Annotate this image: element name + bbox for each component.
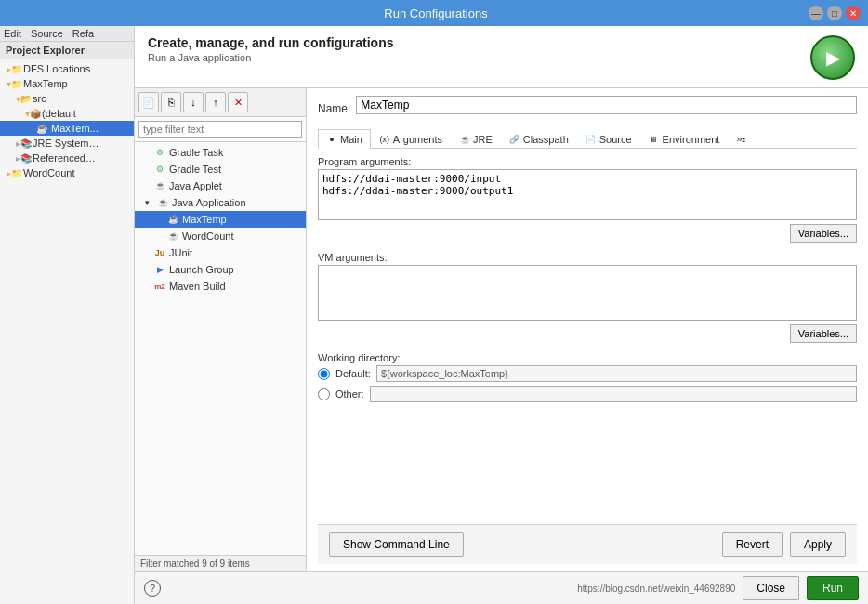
config-item-gradle-task[interactable]: ⚙ Gradle Task: [135, 144, 306, 161]
tab-more[interactable]: »₂: [728, 129, 754, 148]
gradle-icon: ⚙: [153, 146, 166, 159]
tree-item-label: JRE System…: [33, 138, 99, 149]
name-input[interactable]: [356, 96, 857, 114]
tab-environment[interactable]: 🖥 Environment: [640, 129, 729, 148]
menu-edit[interactable]: Edit: [4, 28, 21, 39]
bottom-bar: ? https://blog.csdn.net/weixin_44692890 …: [135, 571, 868, 604]
config-item-maven-build[interactable]: m2 Maven Build: [135, 278, 306, 295]
tab-label: Arguments: [393, 134, 442, 145]
program-args-variables-button[interactable]: Variables...: [790, 224, 857, 243]
tab-arguments[interactable]: (x) Arguments: [371, 129, 451, 148]
import-config-button[interactable]: ↓: [183, 92, 204, 112]
tree-item-label: MaxTemp: [23, 78, 68, 89]
show-command-line-button[interactable]: Show Command Line: [329, 532, 464, 557]
watermark: https://blog.csdn.net/weixin_44692890: [577, 584, 735, 594]
dialog-header-text: Create, manage, and run configurations R…: [148, 35, 394, 63]
vm-args-variables-button[interactable]: Variables...: [790, 324, 857, 343]
args-tab-icon: (x): [379, 134, 390, 145]
default-dir-input[interactable]: [376, 365, 857, 382]
project-explorer-header: Project Explorer: [0, 42, 134, 59]
other-dir-row: Other:: [318, 386, 857, 402]
tree-item-maxtemp[interactable]: ▾📁 MaxTemp: [0, 76, 134, 91]
folder-icon: ▾📁: [7, 77, 20, 90]
tree-item-label: Referenced…: [33, 152, 96, 164]
config-item-java-applet[interactable]: ☕ Java Applet: [135, 177, 306, 194]
tree-item-label: (default: [42, 108, 76, 119]
tree-item-label: DFS Locations: [23, 63, 90, 74]
new-config-button[interactable]: 📄: [138, 92, 159, 112]
tree-item-label: src: [33, 93, 46, 104]
close-window-button[interactable]: ✕: [846, 6, 861, 20]
tree-item-jre[interactable]: ▸📚 JRE System…: [0, 136, 134, 151]
tab-classpath[interactable]: 🔗 Classpath: [501, 129, 577, 148]
tab-label: Main: [340, 134, 362, 145]
java-applet-icon: ☕: [153, 179, 166, 192]
vm-args-input[interactable]: [318, 265, 857, 321]
help-button[interactable]: ?: [144, 580, 161, 597]
vm-args-label: VM arguments:: [318, 252, 857, 263]
dialog-title: Create, manage, and run configurations: [148, 35, 394, 50]
jre-icon: ▸📚: [17, 137, 30, 150]
config-form: Name: ● Main (x) Arguments ☕ JRE: [307, 88, 868, 571]
folder-src-icon: ▾📂: [17, 92, 30, 105]
tree-item-dfs[interactable]: ▸📁 DFS Locations: [0, 61, 134, 76]
package-icon: ▾📦: [26, 107, 39, 120]
apply-button[interactable]: Apply: [790, 532, 846, 557]
tree-item-src[interactable]: ▾📂 src: [0, 91, 134, 106]
config-tree: ⚙ Gradle Task ⚙ Gradle Test ☕ Java Apple…: [135, 142, 306, 555]
copy-config-button[interactable]: ⎘: [161, 92, 181, 112]
config-item-label: WordCount: [182, 230, 233, 242]
other-radio[interactable]: [318, 388, 330, 400]
tabs: ● Main (x) Arguments ☕ JRE 🔗 Classpath: [318, 129, 857, 149]
dialog-panel: Create, manage, and run configurations R…: [135, 26, 868, 604]
tab-jre[interactable]: ☕ JRE: [451, 129, 501, 148]
folder-icon: ▸📁: [7, 166, 20, 179]
default-radio[interactable]: [318, 368, 330, 380]
minimize-button[interactable]: —: [809, 6, 823, 20]
config-item-maxtemp-run[interactable]: ☕ MaxTemp: [135, 211, 306, 228]
delete-config-button[interactable]: ✕: [228, 92, 248, 112]
default-radio-label: Default:: [335, 368, 371, 379]
env-tab-icon: 🖥: [649, 134, 660, 145]
config-item-launch-group[interactable]: ▶ Launch Group: [135, 261, 306, 278]
tab-label: Classpath: [523, 134, 569, 145]
tree-item-maxtemp-class[interactable]: ☕ MaxTem...: [0, 121, 134, 136]
close-button[interactable]: Close: [743, 576, 799, 600]
config-item-label: Launch Group: [169, 264, 234, 275]
config-item-junit[interactable]: Ju JUnit: [135, 244, 306, 261]
filter-status: Filter matched 9 of 9 items: [135, 555, 306, 571]
tree-item-default-pkg[interactable]: ▾📦 (default: [0, 106, 134, 121]
menu-source[interactable]: Source: [31, 28, 63, 39]
maven-icon: m2: [153, 280, 166, 293]
other-dir-input[interactable]: [370, 386, 857, 402]
config-item-gradle-test[interactable]: ⚙ Gradle Test: [135, 161, 306, 177]
tree-item-wordcount[interactable]: ▸📁 WordCount: [0, 165, 134, 180]
config-item-label: MaxTemp: [182, 214, 227, 225]
config-item-java-app-group[interactable]: ▾ ☕ Java Application: [135, 194, 306, 211]
config-item-label: Java Applet: [169, 180, 222, 191]
run-icon: ▶: [810, 35, 855, 80]
tab-source[interactable]: 📄 Source: [577, 129, 640, 148]
left-panel: Edit Source Refa Project Explorer ▸📁 DFS…: [0, 26, 135, 604]
program-args-input[interactable]: hdfs://ddai-master:9000/input hdfs://dda…: [318, 169, 857, 220]
tree-item-label: WordCount: [23, 167, 74, 178]
dialog-subtitle: Run a Java application: [148, 52, 394, 63]
working-dir-group: Working directory: Default: Other:: [318, 352, 857, 402]
menu-refa[interactable]: Refa: [72, 28, 94, 39]
maximize-button[interactable]: □: [827, 6, 842, 20]
run-button[interactable]: Run: [807, 576, 859, 600]
jre-tab-icon: ☕: [459, 134, 470, 145]
config-item-wordcount-run[interactable]: ☕ WordCount: [135, 228, 306, 244]
tree-item-referenced[interactable]: ▸📚 Referenced…: [0, 151, 134, 165]
export-config-button[interactable]: ↑: [205, 92, 226, 112]
class-icon: ☕: [35, 122, 48, 135]
revert-button[interactable]: Revert: [722, 532, 783, 557]
config-item-label: JUnit: [169, 247, 192, 258]
window-controls: — □ ✕: [809, 6, 861, 20]
title-bar: Run Configurations — □ ✕: [0, 0, 868, 26]
tab-main[interactable]: ● Main: [318, 129, 371, 149]
gradle-test-icon: ⚙: [153, 163, 166, 176]
junit-icon: Ju: [153, 246, 166, 259]
config-search-input[interactable]: [138, 121, 302, 138]
main-tab-icon: ●: [326, 134, 337, 145]
